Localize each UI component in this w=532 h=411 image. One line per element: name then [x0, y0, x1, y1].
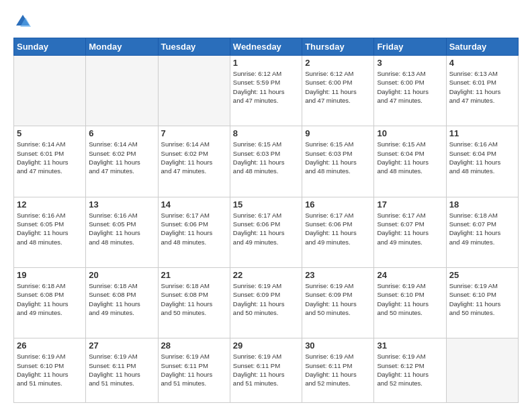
- table-row: 14Sunrise: 6:17 AM Sunset: 6:06 PM Dayli…: [158, 197, 230, 267]
- day-info: Sunrise: 6:14 AM Sunset: 6:02 PM Dayligh…: [161, 140, 227, 175]
- day-number: 19: [17, 270, 83, 280]
- calendar-week-row: 19Sunrise: 6:18 AM Sunset: 6:08 PM Dayli…: [14, 267, 519, 338]
- table-row: 16Sunrise: 6:17 AM Sunset: 6:06 PM Dayli…: [302, 197, 374, 267]
- day-info: Sunrise: 6:19 AM Sunset: 6:11 PM Dayligh…: [161, 352, 227, 387]
- day-info: Sunrise: 6:14 AM Sunset: 6:02 PM Dayligh…: [89, 140, 154, 175]
- day-number: 9: [305, 128, 371, 138]
- day-info: Sunrise: 6:15 AM Sunset: 6:03 PM Dayligh…: [233, 140, 299, 175]
- day-number: 13: [89, 199, 154, 210]
- day-info: Sunrise: 6:16 AM Sunset: 6:05 PM Dayligh…: [89, 211, 154, 246]
- table-row: 18Sunrise: 6:18 AM Sunset: 6:07 PM Dayli…: [446, 197, 518, 267]
- table-row: 19Sunrise: 6:18 AM Sunset: 6:08 PM Dayli…: [14, 267, 86, 338]
- day-info: Sunrise: 6:19 AM Sunset: 6:10 PM Dayligh…: [17, 352, 83, 387]
- calendar-week-row: 1Sunrise: 6:12 AM Sunset: 5:59 PM Daylig…: [14, 56, 519, 126]
- calendar-table: Sunday Monday Tuesday Wednesday Thursday…: [13, 38, 519, 403]
- table-row: [446, 338, 518, 403]
- day-number: 22: [233, 270, 299, 280]
- day-number: 30: [305, 340, 371, 351]
- col-monday: Monday: [86, 38, 158, 56]
- table-row: [86, 56, 158, 126]
- day-number: 21: [161, 270, 227, 280]
- day-info: Sunrise: 6:13 AM Sunset: 6:00 PM Dayligh…: [377, 69, 443, 105]
- page: Sunday Monday Tuesday Wednesday Thursday…: [0, 0, 532, 411]
- day-number: 1: [233, 58, 299, 68]
- table-row: 1Sunrise: 6:12 AM Sunset: 5:59 PM Daylig…: [230, 56, 302, 126]
- table-row: 5Sunrise: 6:14 AM Sunset: 6:01 PM Daylig…: [14, 126, 86, 197]
- day-number: 26: [17, 340, 83, 351]
- table-row: [158, 56, 230, 126]
- table-row: 4Sunrise: 6:13 AM Sunset: 6:01 PM Daylig…: [446, 56, 518, 126]
- table-row: 25Sunrise: 6:19 AM Sunset: 6:10 PM Dayli…: [446, 267, 518, 338]
- table-row: 23Sunrise: 6:19 AM Sunset: 6:09 PM Dayli…: [302, 267, 374, 338]
- day-number: 20: [89, 270, 154, 280]
- day-info: Sunrise: 6:16 AM Sunset: 6:05 PM Dayligh…: [17, 211, 83, 246]
- table-row: 21Sunrise: 6:18 AM Sunset: 6:08 PM Dayli…: [158, 267, 230, 338]
- day-info: Sunrise: 6:15 AM Sunset: 6:04 PM Dayligh…: [377, 140, 443, 175]
- table-row: 29Sunrise: 6:19 AM Sunset: 6:11 PM Dayli…: [230, 338, 302, 403]
- day-info: Sunrise: 6:16 AM Sunset: 6:04 PM Dayligh…: [449, 140, 515, 175]
- table-row: 22Sunrise: 6:19 AM Sunset: 6:09 PM Dayli…: [230, 267, 302, 338]
- day-info: Sunrise: 6:17 AM Sunset: 6:06 PM Dayligh…: [161, 211, 227, 246]
- day-number: 5: [17, 128, 83, 138]
- col-friday: Friday: [374, 38, 446, 56]
- day-info: Sunrise: 6:17 AM Sunset: 6:06 PM Dayligh…: [305, 211, 371, 246]
- day-number: 25: [449, 270, 515, 280]
- table-row: 24Sunrise: 6:19 AM Sunset: 6:10 PM Dayli…: [374, 267, 446, 338]
- day-info: Sunrise: 6:19 AM Sunset: 6:09 PM Dayligh…: [233, 281, 299, 317]
- day-number: 28: [161, 340, 227, 351]
- table-row: 28Sunrise: 6:19 AM Sunset: 6:11 PM Dayli…: [158, 338, 230, 403]
- day-number: 2: [305, 58, 371, 68]
- day-number: 27: [89, 340, 154, 351]
- day-info: Sunrise: 6:18 AM Sunset: 6:08 PM Dayligh…: [17, 281, 83, 317]
- day-info: Sunrise: 6:12 AM Sunset: 5:59 PM Dayligh…: [233, 69, 299, 105]
- day-number: 31: [377, 340, 443, 351]
- day-info: Sunrise: 6:19 AM Sunset: 6:11 PM Dayligh…: [233, 352, 299, 387]
- day-info: Sunrise: 6:19 AM Sunset: 6:11 PM Dayligh…: [89, 352, 154, 387]
- day-number: 3: [377, 58, 443, 68]
- logo-icon: [13, 12, 32, 31]
- day-info: Sunrise: 6:17 AM Sunset: 6:07 PM Dayligh…: [377, 211, 443, 246]
- table-row: [14, 56, 86, 126]
- header: [13, 12, 519, 31]
- table-row: 20Sunrise: 6:18 AM Sunset: 6:08 PM Dayli…: [86, 267, 158, 338]
- table-row: 13Sunrise: 6:16 AM Sunset: 6:05 PM Dayli…: [86, 197, 158, 267]
- logo: [13, 12, 35, 31]
- day-info: Sunrise: 6:19 AM Sunset: 6:09 PM Dayligh…: [305, 281, 371, 317]
- day-info: Sunrise: 6:14 AM Sunset: 6:01 PM Dayligh…: [17, 140, 83, 175]
- day-info: Sunrise: 6:19 AM Sunset: 6:10 PM Dayligh…: [449, 281, 515, 317]
- day-number: 17: [377, 199, 443, 210]
- table-row: 6Sunrise: 6:14 AM Sunset: 6:02 PM Daylig…: [86, 126, 158, 197]
- calendar-week-row: 5Sunrise: 6:14 AM Sunset: 6:01 PM Daylig…: [14, 126, 519, 197]
- day-info: Sunrise: 6:19 AM Sunset: 6:11 PM Dayligh…: [305, 352, 371, 387]
- calendar-week-row: 26Sunrise: 6:19 AM Sunset: 6:10 PM Dayli…: [14, 338, 519, 403]
- day-number: 8: [233, 128, 299, 138]
- col-thursday: Thursday: [302, 38, 374, 56]
- day-number: 11: [449, 128, 515, 138]
- table-row: 17Sunrise: 6:17 AM Sunset: 6:07 PM Dayli…: [374, 197, 446, 267]
- day-number: 10: [377, 128, 443, 138]
- day-info: Sunrise: 6:17 AM Sunset: 6:06 PM Dayligh…: [233, 211, 299, 246]
- table-row: 11Sunrise: 6:16 AM Sunset: 6:04 PM Dayli…: [446, 126, 518, 197]
- day-number: 15: [233, 199, 299, 210]
- day-info: Sunrise: 6:19 AM Sunset: 6:12 PM Dayligh…: [377, 352, 443, 387]
- table-row: 12Sunrise: 6:16 AM Sunset: 6:05 PM Dayli…: [14, 197, 86, 267]
- day-info: Sunrise: 6:18 AM Sunset: 6:08 PM Dayligh…: [161, 281, 227, 317]
- calendar-header-row: Sunday Monday Tuesday Wednesday Thursday…: [14, 38, 519, 56]
- table-row: 8Sunrise: 6:15 AM Sunset: 6:03 PM Daylig…: [230, 126, 302, 197]
- day-info: Sunrise: 6:18 AM Sunset: 6:07 PM Dayligh…: [449, 211, 515, 246]
- day-info: Sunrise: 6:12 AM Sunset: 6:00 PM Dayligh…: [305, 69, 371, 105]
- col-wednesday: Wednesday: [230, 38, 302, 56]
- day-number: 16: [305, 199, 371, 210]
- table-row: 7Sunrise: 6:14 AM Sunset: 6:02 PM Daylig…: [158, 126, 230, 197]
- table-row: 9Sunrise: 6:15 AM Sunset: 6:03 PM Daylig…: [302, 126, 374, 197]
- col-tuesday: Tuesday: [158, 38, 230, 56]
- day-info: Sunrise: 6:13 AM Sunset: 6:01 PM Dayligh…: [449, 69, 515, 105]
- table-row: 31Sunrise: 6:19 AM Sunset: 6:12 PM Dayli…: [374, 338, 446, 403]
- day-number: 23: [305, 270, 371, 280]
- day-number: 24: [377, 270, 443, 280]
- col-saturday: Saturday: [446, 38, 518, 56]
- day-info: Sunrise: 6:18 AM Sunset: 6:08 PM Dayligh…: [89, 281, 154, 317]
- day-number: 12: [17, 199, 83, 210]
- table-row: 10Sunrise: 6:15 AM Sunset: 6:04 PM Dayli…: [374, 126, 446, 197]
- col-sunday: Sunday: [14, 38, 86, 56]
